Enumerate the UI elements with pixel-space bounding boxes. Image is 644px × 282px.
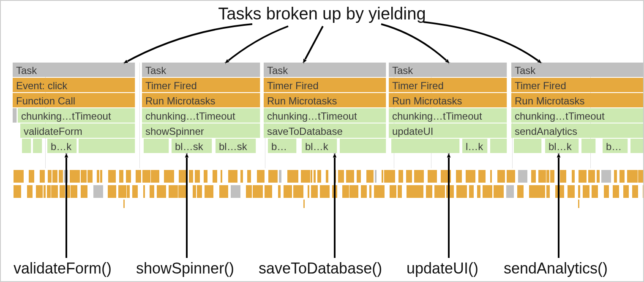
frag-bar: b…k	[47, 139, 77, 153]
event-bar: Timer Fired	[389, 78, 507, 92]
task-bar: Task	[511, 63, 644, 77]
call-bar: Run Microtasks	[264, 93, 386, 107]
frag-bar: bl…k	[302, 139, 337, 153]
frag-bar	[79, 139, 135, 153]
diagram-title: Tasks broken up by yielding	[218, 4, 426, 23]
frag-bar: bl…sk	[172, 139, 212, 153]
row-frag: b…k bl…sk bl…sk b… bl…k l…k bl…k b…	[13, 139, 643, 154]
frag-bar	[340, 139, 386, 153]
row-chunk: chunking…tTimeout chunking…tTimeout chun…	[13, 108, 643, 123]
frag-bar	[391, 139, 460, 153]
fn-bar: saveToDatabase	[264, 123, 386, 138]
event-bar: Timer Fired	[511, 78, 644, 92]
frag-bar	[514, 139, 542, 153]
chunk-bar: chunking…tTimeout	[511, 108, 644, 123]
fn-bar: sendAnalytics	[511, 123, 644, 138]
chunk-bar: chunking…tTimeout	[389, 108, 507, 123]
frag-bar: b…	[603, 139, 628, 153]
fn-bar: validateForm	[20, 123, 135, 138]
frag-bar	[581, 139, 596, 153]
frag-bar: bl…sk	[216, 139, 256, 153]
row-event: Event: click Timer Fired Timer Fired Tim…	[13, 78, 643, 93]
event-bar: Timer Fired	[142, 78, 260, 92]
frag-bar: b…	[268, 139, 297, 153]
label-saveToDatabase: saveToDatabase()	[259, 260, 382, 277]
flame-chart: Task Task Task Task Task Event: click Ti…	[13, 63, 643, 154]
task-bar: Task	[13, 63, 135, 77]
frag-bar	[490, 139, 507, 153]
call-bar: Run Microtasks	[142, 93, 260, 107]
row-fn: validateForm showSpinner saveToDatabase …	[13, 123, 643, 139]
frag-bar	[630, 139, 644, 153]
frag-bar: bl…k	[545, 139, 579, 153]
label-updateUI: updateUI()	[407, 260, 478, 277]
fn-bar: showSpinner	[142, 123, 260, 138]
call-bar: Run Microtasks	[389, 93, 507, 107]
label-validateForm: validateForm()	[14, 260, 112, 277]
frag-bar: l…k	[462, 139, 488, 153]
call-bar: Function Call	[13, 93, 135, 107]
frag-bar	[33, 139, 42, 153]
event-bar: Event: click	[13, 78, 135, 92]
chunk-bar: chunking…tTimeout	[142, 108, 260, 123]
chunk-bar: chunking…tTimeout	[264, 108, 386, 123]
call-bar: Run Microtasks	[511, 93, 644, 107]
task-bar: Task	[264, 63, 386, 77]
fn-bar: updateUI	[389, 123, 507, 138]
row-call: Function Call Run Microtasks Run Microta…	[13, 93, 643, 108]
task-bar: Task	[142, 63, 260, 77]
task-bar: Task	[389, 63, 507, 77]
row-task: Task Task Task Task Task	[13, 63, 643, 78]
label-sendAnalytics: sendAnalytics()	[504, 260, 608, 277]
frag-bar	[22, 139, 31, 153]
diagram-stage: Tasks broken up by yielding Task Task Ta…	[0, 0, 644, 282]
chunk-bar: chunking…tTimeout	[18, 108, 135, 123]
frag-bar	[144, 139, 169, 153]
chunk-pre	[13, 108, 17, 123]
label-showSpinner: showSpinner()	[136, 260, 234, 277]
sub-activity	[13, 170, 643, 200]
event-bar: Timer Fired	[264, 78, 386, 92]
